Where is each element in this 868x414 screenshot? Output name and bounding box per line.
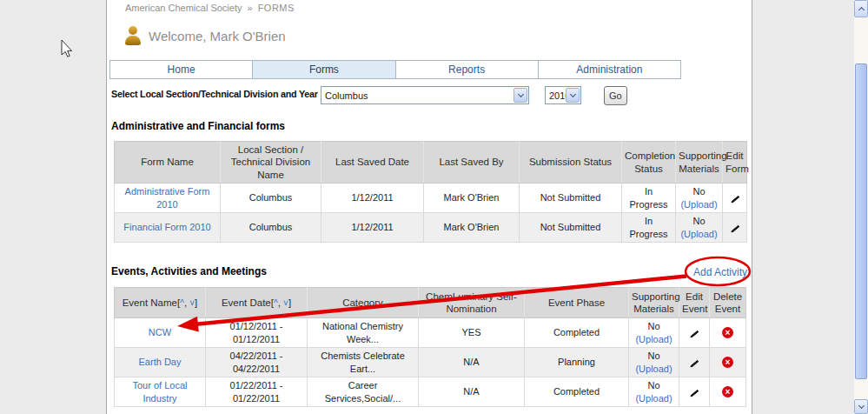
breadcrumb-current: FORMS [258, 3, 295, 13]
filter-label: Select Local Section/Technical Division … [111, 89, 318, 99]
date-cell: 1/12/2011 [321, 213, 424, 243]
section-select[interactable]: Columbus [321, 86, 529, 104]
year-select[interactable]: 2010 [545, 86, 581, 104]
table-row: Tour of Local Industry 01/22/2011 - 01/2… [115, 377, 746, 407]
materials-status: No [679, 185, 719, 197]
event-name-cell: Earth Day [115, 348, 206, 377]
col-event-phase: Event Phase [525, 288, 629, 318]
completion-cell: In Progress [622, 184, 676, 213]
col-event-name: Event Name[^, ˅] [115, 288, 206, 318]
section-select-value: Columbus [325, 90, 368, 101]
admin-forms-table: Form Name Local Section / Technical Divi… [114, 141, 747, 243]
admin-forms-heading: Administrative and Financial forms [111, 120, 285, 132]
materials-status: No [632, 350, 676, 362]
edit-cell[interactable] [723, 213, 747, 243]
event-date-cell: 04/22/2011 - 04/22/2011 [206, 348, 308, 377]
completion-cell: In Progress [622, 213, 676, 243]
col-completion-status: Completion Status [622, 142, 676, 184]
form-name-cell: Administrative Form 2010 [115, 184, 221, 213]
edit-pencil-icon[interactable] [730, 225, 739, 234]
edit-cell[interactable] [723, 184, 747, 213]
col-supporting-materials: Supporting Materials [629, 288, 679, 318]
nomination-cell: N/A [419, 377, 525, 407]
saved-by-cell: Mark O'Brien [424, 213, 520, 243]
form-link[interactable]: Financial Form 2010 [123, 222, 210, 232]
events-table-header-row: Event Name[^, ˅] Event Date[^, ˅] Catego… [115, 288, 746, 318]
col-last-saved-date: Last Saved Date [321, 142, 424, 184]
upload-link[interactable]: (Upload) [635, 334, 672, 344]
edit-cell[interactable] [679, 348, 710, 377]
col-section: Local Section / Technical Division Name [221, 142, 321, 184]
vertical-scrollbar[interactable] [854, 0, 868, 414]
main-nav-tabs: Home Forms Reports Administration [109, 60, 681, 79]
nomination-cell: YES [419, 318, 525, 348]
form-name-cell: Financial Form 2010 [115, 213, 221, 243]
delete-cell[interactable]: × [710, 318, 746, 348]
edit-cell[interactable] [679, 318, 710, 348]
col-event-date: Event Date[^, ˅] [206, 288, 308, 318]
upload-link[interactable]: (Upload) [635, 364, 672, 374]
section-cell: Columbus [221, 184, 321, 213]
materials-cell: No (Upload) [676, 184, 723, 213]
edit-pencil-icon[interactable] [689, 331, 699, 339]
submission-cell: Not Submitted [520, 213, 622, 243]
nomination-cell: N/A [419, 348, 525, 377]
add-activity-link[interactable]: Add Activity [693, 266, 747, 278]
chevron-down-icon[interactable] [566, 88, 580, 103]
go-button[interactable]: Go [604, 86, 627, 105]
tab-administration[interactable]: Administration [539, 61, 680, 78]
user-avatar-icon [124, 26, 142, 45]
delete-cell[interactable]: × [710, 348, 746, 377]
date-cell: 1/12/2011 [321, 184, 424, 213]
delete-cell[interactable]: × [710, 377, 746, 407]
welcome-banner: Welcome, Mark O'Brien [124, 26, 286, 45]
materials-cell: No (Upload) [629, 377, 679, 407]
event-date-cell: 01/22/2011 - 01/22/2011 [206, 377, 308, 407]
page: American Chemical Society»FORMS Welcome,… [0, 0, 868, 414]
tab-home[interactable]: Home [110, 61, 253, 78]
col-supporting-materials: Supporting Materials [676, 142, 723, 184]
breadcrumb-root[interactable]: American Chemical Society [125, 3, 242, 13]
scrollbar-thumb[interactable] [855, 63, 867, 379]
delete-icon[interactable]: × [722, 386, 733, 397]
col-edit-event: Edit Event [679, 288, 710, 318]
form-link[interactable]: Administrative Form 2010 [125, 186, 210, 209]
event-name-cell: Tour of Local Industry [115, 377, 206, 407]
tab-forms[interactable]: Forms [253, 61, 395, 78]
edit-pencil-icon[interactable] [689, 390, 699, 398]
phase-cell: Completed [525, 377, 629, 407]
event-date-cell: 01/12/2011 - 01/12/2011 [206, 318, 308, 348]
event-link[interactable]: NCW [149, 327, 171, 337]
scroll-up-icon[interactable] [854, 0, 868, 17]
events-heading: Events, Activities and Meetings [111, 265, 267, 277]
table-row: Financial Form 2010 Columbus 1/12/2011 M… [115, 213, 747, 243]
delete-icon[interactable]: × [722, 357, 733, 368]
edit-pencil-icon[interactable] [730, 196, 739, 204]
edit-cell[interactable] [679, 377, 710, 407]
scroll-down-icon[interactable] [854, 399, 868, 414]
phase-cell: Completed [525, 318, 629, 348]
table-row: NCW 01/12/2011 - 01/12/2011 National Che… [115, 318, 746, 348]
materials-cell: No (Upload) [629, 348, 679, 377]
event-name-cell: NCW [115, 318, 206, 348]
section-cell: Columbus [221, 213, 321, 243]
delete-icon[interactable]: × [722, 327, 733, 338]
chevron-down-icon[interactable] [514, 88, 527, 103]
category-cell: National Chemistry Week... [308, 318, 419, 348]
col-nomination: ChemLuminary Self-Nomination [419, 288, 525, 318]
materials-cell: No (Upload) [629, 318, 679, 348]
event-link[interactable]: Tour of Local Industry [133, 380, 188, 403]
upload-link[interactable]: (Upload) [680, 199, 717, 210]
event-link[interactable]: Earth Day [139, 357, 182, 367]
upload-link[interactable]: (Upload) [680, 229, 717, 239]
col-submission-status: Submission Status [520, 142, 622, 184]
col-last-saved-by: Last Saved By [424, 142, 520, 184]
breadcrumb-separator-icon: » [248, 3, 253, 13]
col-edit-form: Edit Form [723, 142, 747, 184]
edit-pencil-icon[interactable] [689, 360, 699, 369]
admin-table-header-row: Form Name Local Section / Technical Divi… [115, 142, 747, 184]
submission-cell: Not Submitted [520, 184, 622, 213]
col-form-name: Form Name [115, 142, 221, 184]
upload-link[interactable]: (Upload) [635, 393, 672, 404]
tab-reports[interactable]: Reports [396, 61, 539, 78]
